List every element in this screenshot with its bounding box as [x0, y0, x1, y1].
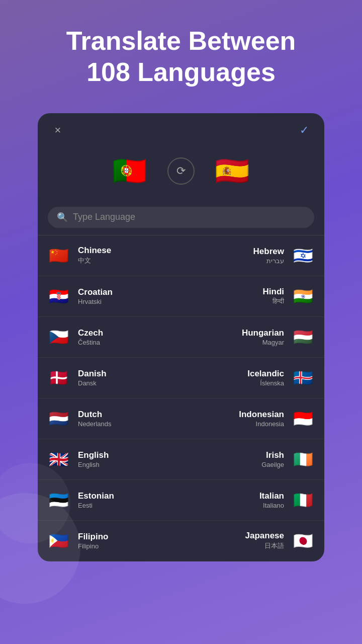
table-row: 🇭🇷 Croatian Hrvatski Hindi हिन्दी 🇮🇳 — [38, 276, 324, 317]
flag-icon: 🇯🇵 — [290, 528, 316, 554]
list-item[interactable]: 🇩🇰 Danish Dansk — [38, 358, 181, 398]
flag-icon: 🇮🇩 — [290, 406, 316, 432]
flag-icon: 🇨🇳 — [46, 243, 72, 269]
list-item[interactable]: 🇬🇧 English English — [38, 439, 181, 480]
list-item[interactable]: 🇨🇳 Chinese 中文 — [38, 235, 181, 276]
search-bar: 🔍 — [48, 207, 314, 228]
list-item[interactable]: 🇨🇿 Czech Čeština — [38, 317, 181, 358]
table-row: 🇬🇧 English English Irish Gaeilge 🇮🇪 — [38, 439, 324, 480]
list-item[interactable]: Indonesian Indonesia 🇮🇩 — [181, 398, 324, 439]
flag-icon: 🇭🇺 — [290, 324, 316, 350]
list-item[interactable]: 🇳🇱 Dutch Nederlands — [38, 398, 181, 439]
flag-icon: 🇮🇱 — [290, 243, 316, 269]
language-modal: × ✓ 🇵🇹 ⟳ 🇪🇸 🔍 🇨🇳 Chinese 中文 Hebrew עברית… — [38, 113, 324, 561]
confirm-button[interactable]: ✓ — [296, 122, 312, 138]
flag-icon: 🇮🇪 — [290, 446, 316, 472]
table-row: 🇵🇭 Filipino Filipino Japanese 日本語 🇯🇵 — [38, 521, 324, 561]
table-row: 🇳🇱 Dutch Nederlands Indonesian Indonesia… — [38, 398, 324, 439]
flag-icon: 🇭🇷 — [46, 283, 72, 309]
list-item[interactable]: Irish Gaeilge 🇮🇪 — [181, 439, 324, 480]
table-row: 🇩🇰 Danish Dansk Icelandic Íslenska 🇮🇸 — [38, 358, 324, 398]
table-row: 🇨🇿 Czech Čeština Hungarian Magyar 🇭🇺 — [38, 317, 324, 358]
modal-header: × ✓ — [38, 113, 324, 143]
swap-button[interactable]: ⟳ — [167, 157, 195, 185]
list-item[interactable]: Icelandic Íslenska 🇮🇸 — [181, 358, 324, 398]
flag-icon: 🇮🇳 — [290, 283, 316, 309]
list-item[interactable]: Japanese 日本語 🇯🇵 — [181, 521, 324, 561]
language-list: 🇨🇳 Chinese 中文 Hebrew עברית 🇮🇱 🇭🇷 Croatia… — [38, 235, 324, 561]
page-title: Translate Between 108 Languages — [46, 25, 316, 88]
table-row: 🇪🇪 Estonian Eesti Italian Italiano 🇮🇹 — [38, 480, 324, 521]
flag-icon: 🇳🇱 — [46, 406, 72, 432]
flag-icon: 🇩🇰 — [46, 365, 72, 391]
flag-icon: 🇮🇹 — [290, 487, 316, 513]
list-item[interactable]: Hungarian Magyar 🇭🇺 — [181, 317, 324, 358]
flags-row: 🇵🇹 ⟳ 🇪🇸 — [38, 143, 324, 203]
search-icon: 🔍 — [57, 212, 68, 223]
list-item[interactable]: 🇭🇷 Croatian Hrvatski — [38, 276, 181, 317]
target-flag[interactable]: 🇪🇸 — [210, 148, 255, 194]
list-item[interactable]: Hindi हिन्दी 🇮🇳 — [181, 276, 324, 317]
table-row: 🇨🇳 Chinese 中文 Hebrew עברית 🇮🇱 — [38, 235, 324, 276]
flag-icon: 🇨🇿 — [46, 324, 72, 350]
search-input[interactable] — [73, 212, 305, 222]
list-item[interactable]: Hebrew עברית 🇮🇱 — [181, 235, 324, 276]
source-flag[interactable]: 🇵🇹 — [107, 148, 152, 194]
close-button[interactable]: × — [50, 122, 66, 138]
list-item[interactable]: Italian Italiano 🇮🇹 — [181, 480, 324, 521]
flag-icon: 🇮🇸 — [290, 365, 316, 391]
